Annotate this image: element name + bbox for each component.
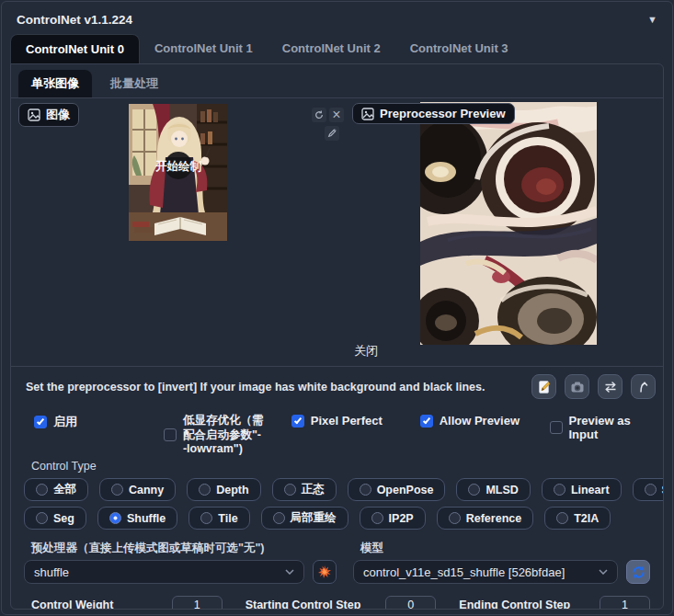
preprocessor-preview-image[interactable] <box>420 102 597 345</box>
run-preprocessor-button[interactable] <box>313 560 337 584</box>
unit-tabs: ControlNet Unit 0 ControlNet Unit 1 Cont… <box>10 34 664 63</box>
tab-unit-2[interactable]: ControlNet Unit 2 <box>268 34 395 63</box>
radio-icon <box>645 484 657 496</box>
control-type-softedge[interactable]: SoftEdge <box>633 478 664 501</box>
radio-icon <box>360 484 371 496</box>
ending-step-input[interactable] <box>600 596 650 610</box>
tab-unit-3[interactable]: ControlNet Unit 3 <box>395 34 523 63</box>
mirror-webcam-icon <box>603 380 618 394</box>
radio-icon <box>109 512 121 524</box>
starting-step-group: Starting Control Step <box>238 596 437 610</box>
control-weight-label: Control Weight <box>31 599 113 610</box>
control-type-label: Control Type <box>31 460 650 473</box>
chevron-down-icon <box>285 569 294 575</box>
refresh-icon <box>632 565 645 579</box>
boom-icon <box>317 565 332 579</box>
preview-label-text: Preprocessor Preview <box>380 107 506 120</box>
radio-icon <box>556 512 568 524</box>
control-type-openpose[interactable]: OpenPose <box>348 478 446 501</box>
subtab-label: 批量处理 <box>110 76 158 90</box>
radio-icon <box>200 512 212 524</box>
subtab-batch[interactable]: 批量处理 <box>97 70 171 97</box>
starting-step-input[interactable] <box>385 596 436 610</box>
control-type-ip2p[interactable]: IP2P <box>360 507 426 530</box>
source-image[interactable]: 开始绘制 <box>129 104 227 241</box>
clear-image-icon[interactable]: × <box>329 108 344 122</box>
tab-unit-1[interactable]: ControlNet Unit 1 <box>140 34 268 63</box>
radio-icon <box>111 484 123 496</box>
unit-panel: 单张图像 批量处理 图像 <box>10 63 664 610</box>
lowvram-checkbox[interactable]: 低显存优化（需配合启动参数"--lowvram") <box>164 414 291 457</box>
pixel-perfect-checkbox[interactable]: Pixel Perfect <box>291 414 420 428</box>
preview-as-input-checkbox[interactable]: Preview as Input <box>550 414 663 441</box>
control-type-depth[interactable]: Depth <box>187 478 260 501</box>
mirror-webcam-button[interactable] <box>598 374 623 399</box>
preprocessor-select[interactable]: shuffle <box>24 560 304 584</box>
image-icon <box>361 108 374 120</box>
checkbox-label: Pixel Perfect <box>311 414 383 428</box>
radio-icon <box>273 512 285 524</box>
tab-label: ControlNet Unit 2 <box>282 41 381 55</box>
tab-unit-0[interactable]: ControlNet Unit 0 <box>10 34 140 63</box>
options-row: 启用 低显存优化（需配合启动参数"--lowvram") Pixel Perfe… <box>11 414 663 458</box>
preprocessor-group: 预处理器（直接上传模式图或草稿时可选"无") shuffle <box>24 541 337 584</box>
model-select[interactable]: control_v11e_sd15_shuffle [526bfdae] <box>353 560 618 584</box>
new-canvas-button[interactable] <box>531 374 556 399</box>
control-type-row-2: Seg Shuffle Tile 局部重绘 IP2P Reference T2I… <box>24 507 650 530</box>
radio-icon <box>468 484 480 496</box>
checkbox-label: 低显存优化（需配合启动参数"--lowvram") <box>183 414 264 457</box>
checkbox-label: Preview as Input <box>569 414 663 441</box>
preprocessor-label: 预处理器（直接上传模式图或草稿时可选"无") <box>31 541 337 556</box>
chevron-down-icon <box>599 569 608 575</box>
ending-step-label: Ending Control Step <box>459 599 570 610</box>
control-type-shuffle[interactable]: Shuffle <box>97 507 177 530</box>
accordion-header[interactable]: ControlNet v1.1.224 ▼ <box>10 9 664 29</box>
preprocessor-preview-label: Preprocessor Preview <box>352 103 515 124</box>
close-preview-button[interactable]: 关闭 <box>329 343 403 359</box>
new-canvas-icon <box>537 380 552 394</box>
control-type-lineart[interactable]: Lineart <box>542 478 622 501</box>
control-type-row-1: 全部 Canny Depth 正态 OpenPose MLSD Lineart … <box>24 478 650 501</box>
radio-icon <box>36 512 48 524</box>
control-type-tile[interactable]: Tile <box>188 507 249 530</box>
image-gallery: 图像 <box>11 98 663 367</box>
check-icon <box>294 416 302 424</box>
model-row: 预处理器（直接上传模式图或草稿时可选"无") shuffle 模型 <box>11 541 663 584</box>
control-type-inpaint[interactable]: 局部重绘 <box>261 507 348 530</box>
svg-text:开始绘制: 开始绘制 <box>154 160 202 173</box>
control-type-reference[interactable]: Reference <box>437 507 533 530</box>
send-dimensions-icon <box>636 380 651 394</box>
edit-image-icon[interactable] <box>325 126 339 141</box>
image-label-text: 图像 <box>46 107 70 123</box>
control-type-seg[interactable]: Seg <box>24 507 86 530</box>
note-row: Set the preprocessor to [invert] If your… <box>11 367 663 405</box>
refresh-models-button[interactable] <box>626 560 650 584</box>
send-dimensions-button[interactable] <box>631 374 656 399</box>
tab-label: ControlNet Unit 3 <box>410 41 508 55</box>
collapse-icon[interactable]: ▼ <box>647 14 657 25</box>
control-type-section: Control Type 全部 Canny Depth 正态 OpenPose … <box>11 460 663 530</box>
control-weight-group: Control Weight <box>24 596 223 610</box>
control-type-all[interactable]: 全部 <box>24 478 88 501</box>
radio-icon <box>449 512 461 524</box>
control-type-mlsd[interactable]: MLSD <box>456 478 530 501</box>
model-group: 模型 control_v11e_sd15_shuffle [526bfdae] <box>353 541 650 584</box>
check-icon <box>37 417 44 426</box>
control-type-normal[interactable]: 正态 <box>272 478 337 501</box>
control-type-canny[interactable]: Canny <box>99 478 176 501</box>
allow-preview-checkbox[interactable]: Allow Preview <box>420 414 550 428</box>
image-icon <box>28 108 40 121</box>
mode-subtabs: 单张图像 批量处理 <box>11 64 663 98</box>
enable-checkbox[interactable]: 启用 <box>34 414 164 430</box>
ending-step-group: Ending Control Step <box>451 596 650 610</box>
checkbox-label: Allow Preview <box>440 414 520 428</box>
control-weight-input[interactable] <box>172 596 223 610</box>
webcam-button[interactable] <box>565 374 589 399</box>
control-type-t2ia[interactable]: T2IA <box>544 507 611 530</box>
check-icon <box>423 416 430 424</box>
image-toolbar <box>531 374 656 399</box>
checkbox-box <box>291 415 304 428</box>
undo-icon[interactable] <box>312 108 326 122</box>
subtab-single-image[interactable]: 单张图像 <box>18 70 92 97</box>
checkbox-box <box>34 416 47 428</box>
